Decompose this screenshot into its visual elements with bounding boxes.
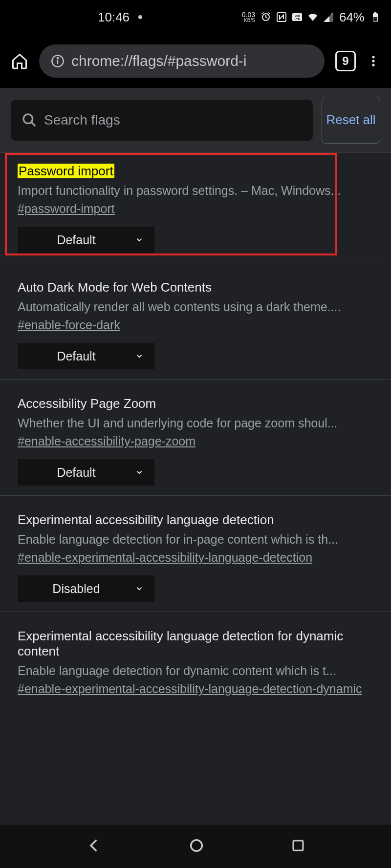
signal-icon: x	[323, 11, 334, 23]
flag-description: Import functionality in password setting…	[18, 184, 373, 198]
nfc-icon	[276, 11, 287, 23]
flag-hash-link[interactable]: #enable-force-dark	[18, 318, 120, 332]
omnibox[interactable]: chrome://flags/#password-i	[39, 44, 325, 78]
flag-state-dropdown[interactable]: Default	[18, 459, 154, 486]
flags-list: Password import Import functionality in …	[0, 153, 391, 717]
status-dot-icon	[138, 15, 142, 19]
recents-icon[interactable]	[291, 838, 305, 855]
flag-experimental-a11y-lang-detection: Experimental accessibility language dete…	[0, 501, 391, 612]
svg-point-13	[372, 64, 374, 66]
svg-point-12	[372, 60, 374, 62]
flag-experimental-a11y-lang-detection-dynamic: Experimental accessibility language dete…	[0, 617, 391, 717]
svg-point-14	[23, 114, 33, 124]
status-battery-percent: 64%	[339, 10, 365, 25]
alarm-icon	[260, 11, 272, 23]
flag-state-dropdown[interactable]: Default	[18, 227, 154, 253]
search-icon	[22, 112, 37, 128]
search-flags-input[interactable]	[44, 112, 302, 128]
back-icon[interactable]	[86, 837, 103, 856]
flag-description: Whether the UI and underlying code for p…	[18, 416, 373, 430]
flag-hash-link[interactable]: #enable-experimental-accessibility-langu…	[18, 682, 362, 696]
flag-auto-dark-mode: Auto Dark Mode for Web Contents Automati…	[0, 268, 391, 380]
svg-point-10	[57, 58, 58, 59]
svg-rect-17	[293, 841, 303, 850]
flag-title: Accessibility Page Zoom	[18, 396, 373, 411]
flag-description: Enable language detection for dynamic co…	[18, 664, 373, 678]
flag-hash-link[interactable]: #enable-experimental-accessibility-langu…	[18, 550, 312, 565]
svg-point-16	[191, 840, 202, 851]
chevron-down-icon	[135, 235, 144, 244]
flag-title: Password import	[18, 164, 373, 179]
flag-description: Enable language detection for in-page co…	[18, 532, 373, 547]
reset-all-button[interactable]: Reset all	[322, 97, 380, 144]
flag-title: Auto Dark Mode for Web Contents	[18, 280, 373, 295]
status-network-speed: 0.03 KB/S	[242, 11, 255, 23]
flag-title: Experimental accessibility language dete…	[18, 512, 373, 528]
info-icon	[51, 54, 65, 68]
status-time: 10:46	[98, 10, 130, 25]
search-flags-box[interactable]	[11, 100, 313, 141]
flag-state-dropdown[interactable]: Disabled	[18, 575, 154, 602]
flag-state-dropdown[interactable]: Default	[18, 343, 154, 369]
svg-text:Vo)): Vo))	[294, 14, 300, 17]
system-nav-bar	[0, 824, 391, 868]
svg-rect-6	[374, 12, 376, 14]
browser-toolbar: chrome://flags/#password-i 9	[0, 34, 391, 88]
flag-hash-link[interactable]: #password-import	[18, 202, 115, 216]
battery-icon	[369, 11, 381, 23]
flag-password-import: Password import Import functionality in …	[0, 153, 391, 263]
flag-description: Automatically render all web contents us…	[18, 300, 373, 314]
chevron-down-icon	[135, 584, 144, 593]
menu-icon[interactable]	[367, 54, 380, 68]
svg-text:x: x	[331, 12, 333, 16]
volte-icon: Vo))LTE	[291, 11, 303, 23]
svg-line-15	[31, 122, 35, 126]
svg-point-11	[372, 56, 374, 58]
flag-accessibility-page-zoom: Accessibility Page Zoom Whether the UI a…	[0, 384, 391, 496]
flag-title: Experimental accessibility language dete…	[18, 629, 373, 659]
chevron-down-icon	[135, 352, 144, 360]
home-icon[interactable]	[11, 52, 28, 70]
flag-hash-link[interactable]: #enable-accessibility-page-zoom	[18, 434, 196, 448]
status-bar: 10:46 0.03 KB/S Vo))LTE x 64%	[0, 0, 391, 34]
svg-rect-7	[373, 17, 377, 21]
tab-switcher-button[interactable]: 9	[335, 51, 356, 71]
omnibox-url: chrome://flags/#password-i	[71, 53, 246, 69]
svg-text:LTE: LTE	[295, 18, 300, 21]
chevron-down-icon	[135, 468, 144, 477]
wifi-icon	[307, 11, 319, 23]
home-nav-icon[interactable]	[188, 837, 205, 856]
flags-search-row: Reset all	[0, 88, 391, 153]
